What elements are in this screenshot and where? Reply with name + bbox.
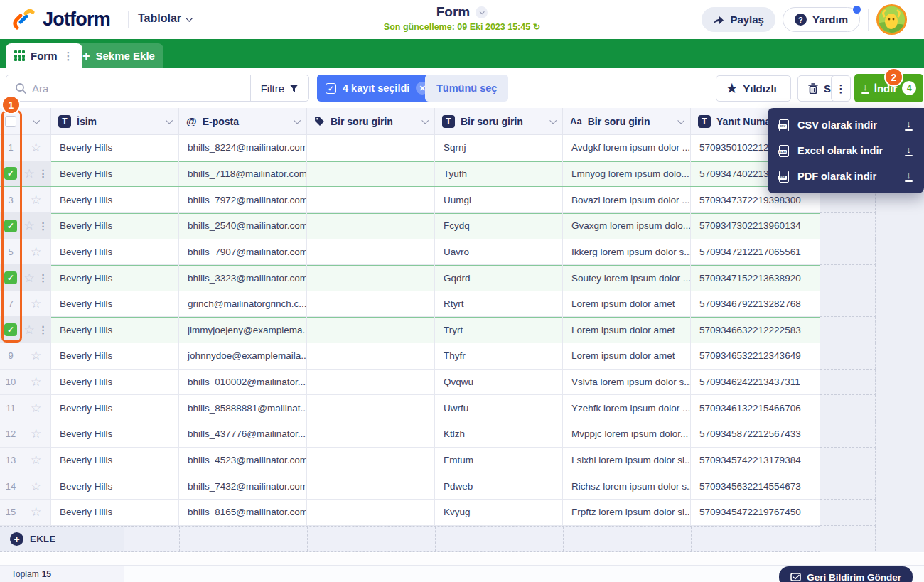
- name-cell[interactable]: Beverly Hills: [51, 395, 179, 421]
- tag-cell[interactable]: [307, 473, 435, 499]
- answer-number-cell[interactable]: 5709346632212222583: [691, 317, 820, 343]
- email-cell[interactable]: bhills_2540@mailinator.com: [179, 213, 307, 239]
- row-number-cell[interactable]: 15: [0, 500, 21, 525]
- row-star-cell[interactable]: ☆: [21, 135, 51, 161]
- answer-number-cell[interactable]: 5709346242213437311: [691, 370, 820, 395]
- answer-number-cell[interactable]: 5709347152213638920: [691, 265, 820, 291]
- answer-number-cell[interactable]: 5709345472219767450: [691, 500, 820, 525]
- column-header-5[interactable]: TBir soru girin: [435, 108, 563, 134]
- answer-number-cell[interactable]: 5709345872212567433: [691, 421, 820, 447]
- answer-number-cell[interactable]: 5709345632214554673: [691, 473, 820, 499]
- column-header-4[interactable]: Bir soru girin: [307, 108, 435, 134]
- table-row[interactable]: 7☆Beverly Hillsgrinch@mailinatorgrinch.c…: [0, 291, 820, 318]
- tag-cell[interactable]: [307, 317, 435, 343]
- question-cell[interactable]: Gqdrd: [435, 265, 563, 291]
- question-cell[interactable]: Uwrfu: [435, 395, 563, 421]
- name-cell[interactable]: Beverly Hills: [51, 265, 179, 291]
- question-cell[interactable]: Tryrt: [435, 317, 563, 343]
- table-row[interactable]: 13☆Beverly Hillsbhills_4523@mailinator.c…: [0, 448, 820, 474]
- table-row[interactable]: ✓☆⋮Beverly Hillsbhills_7118@mailinator.c…: [0, 161, 820, 188]
- question-cell[interactable]: Qvqwu: [435, 370, 563, 395]
- question-text-cell[interactable]: Avdgkf lorem ipsum dolor ...: [563, 135, 691, 161]
- answer-number-cell[interactable]: 5709346532212343649: [691, 343, 820, 369]
- tag-cell[interactable]: [307, 239, 435, 265]
- row-number-cell[interactable]: 10: [0, 370, 21, 395]
- row-checkbox-cell[interactable]: ✓: [0, 213, 21, 239]
- email-cell[interactable]: bhills_010002@mailinator....: [179, 370, 307, 395]
- star-outline-icon[interactable]: ☆: [31, 141, 41, 153]
- question-text-cell[interactable]: Richsz lorem ipsum dolor s...: [563, 473, 691, 499]
- brand[interactable]: Jotform: [11, 7, 110, 31]
- share-button[interactable]: Paylaş: [702, 7, 775, 32]
- tag-cell[interactable]: [307, 395, 435, 421]
- question-cell[interactable]: Uumgl: [435, 187, 563, 212]
- table-row[interactable]: 5☆Beverly Hillsbhills_7907@mailinator.co…: [0, 239, 820, 266]
- column-header-2[interactable]: Tİsim: [51, 108, 179, 134]
- row-star-cell[interactable]: ☆: [21, 500, 51, 525]
- question-cell[interactable]: Uavro: [435, 239, 563, 265]
- email-cell[interactable]: bhills_3323@mailinator.com: [179, 265, 307, 291]
- question-cell[interactable]: Ktlzh: [435, 421, 563, 447]
- row-star-cell[interactable]: ☆: [21, 291, 51, 317]
- email-cell[interactable]: jimmyjoejeny@examplema...: [179, 317, 307, 343]
- question-text-cell[interactable]: Mvppjc lorem ipsum dolor...: [563, 421, 691, 447]
- question-text-cell[interactable]: Gvaxgm lorem ipsum dolo...: [563, 213, 691, 239]
- add-column-ghost[interactable]: [820, 135, 876, 551]
- table-row[interactable]: 14☆Beverly Hillsbhills_7432@mailinator.c…: [0, 473, 820, 500]
- column-header-6[interactable]: AaBir soru girin: [563, 108, 691, 134]
- row-star-cell[interactable]: ☆: [21, 473, 51, 499]
- question-text-cell[interactable]: Lorem ipsum dolor amet: [563, 291, 691, 317]
- tag-cell[interactable]: [307, 448, 435, 473]
- table-row[interactable]: 11☆Beverly Hillsbhills_85888881@mailinat…: [0, 395, 820, 421]
- answer-number-cell[interactable]: 5709346132215466706: [691, 395, 820, 421]
- star-outline-icon[interactable]: ☆: [31, 506, 41, 518]
- row-number-cell[interactable]: 13: [0, 448, 21, 473]
- name-cell[interactable]: Beverly Hills: [51, 317, 179, 343]
- email-cell[interactable]: grinch@mailinatorgrinch.c...: [179, 291, 307, 317]
- table-row[interactable]: ✓☆⋮Beverly Hillsbhills_2540@mailinator.c…: [0, 213, 820, 239]
- star-outline-icon[interactable]: ☆: [31, 402, 41, 414]
- email-cell[interactable]: bhills_7972@mailinator.com: [179, 187, 307, 212]
- email-cell[interactable]: bhills_7118@mailinator.com: [179, 161, 307, 187]
- filter-button[interactable]: Filtre: [250, 75, 308, 101]
- tag-cell[interactable]: [307, 213, 435, 239]
- starred-button[interactable]: ★ Yıldızlı: [716, 75, 791, 102]
- tag-cell[interactable]: [307, 265, 435, 291]
- tag-cell[interactable]: [307, 343, 435, 369]
- question-text-cell[interactable]: Lorem ipsum dolor amet: [563, 317, 691, 343]
- star-outline-icon[interactable]: ☆: [31, 454, 41, 466]
- column-menu-chevron-icon[interactable]: [549, 117, 557, 124]
- header-row-menu-cell[interactable]: [21, 108, 51, 134]
- star-outline-icon[interactable]: ☆: [23, 168, 34, 180]
- name-cell[interactable]: Beverly Hills: [51, 161, 179, 187]
- header-checkbox[interactable]: [5, 116, 16, 127]
- row-star-cell[interactable]: ☆⋮: [21, 265, 51, 291]
- row-star-cell[interactable]: ☆⋮: [21, 161, 51, 187]
- column-menu-chevron-icon[interactable]: [677, 117, 684, 124]
- row-star-cell[interactable]: ☆: [21, 395, 51, 421]
- name-cell[interactable]: Beverly Hills: [51, 187, 179, 212]
- email-cell[interactable]: bhills_85888881@mailinat...: [179, 395, 307, 421]
- name-cell[interactable]: Beverly Hills: [51, 135, 179, 161]
- row-star-cell[interactable]: ☆: [21, 370, 51, 395]
- table-row[interactable]: 12☆Beverly Hillsbhills_437776@mailinator…: [0, 421, 820, 448]
- row-number-cell[interactable]: 11: [0, 395, 21, 421]
- name-cell[interactable]: Beverly Hills: [51, 473, 179, 499]
- email-cell[interactable]: johnnydoe@examplemaila....: [179, 343, 307, 369]
- name-cell[interactable]: Beverly Hills: [51, 239, 179, 265]
- star-outline-icon[interactable]: ☆: [31, 428, 41, 440]
- row-number-cell[interactable]: 9: [0, 343, 21, 369]
- tag-cell[interactable]: [307, 161, 435, 187]
- tag-cell[interactable]: [307, 135, 435, 161]
- row-checkbox-cell[interactable]: ✓: [0, 161, 21, 187]
- star-outline-icon[interactable]: ☆: [31, 350, 41, 362]
- question-cell[interactable]: Fmtum: [435, 448, 563, 473]
- email-cell[interactable]: bhills_7907@mailinator.com: [179, 239, 307, 265]
- row-kebab-icon[interactable]: ⋮: [38, 221, 48, 231]
- row-number-cell[interactable]: 7: [0, 291, 21, 317]
- column-menu-chevron-icon[interactable]: [166, 117, 173, 124]
- star-outline-icon[interactable]: ☆: [31, 376, 41, 388]
- email-cell[interactable]: bhills_437776@mailinator....: [179, 421, 307, 447]
- name-cell[interactable]: Beverly Hills: [51, 421, 179, 447]
- row-checkbox-cell[interactable]: ✓: [0, 317, 21, 343]
